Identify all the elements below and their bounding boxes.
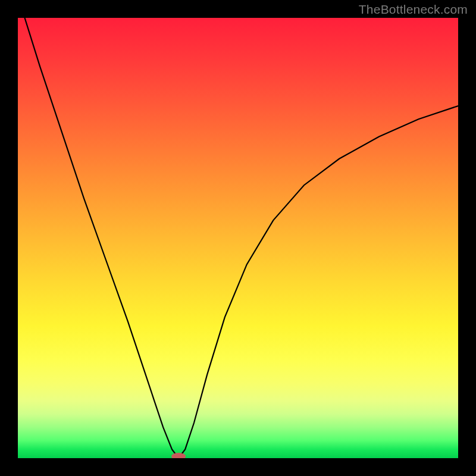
watermark-text: TheBottleneck.com [359,2,468,17]
fit-curve [18,18,458,458]
chart-outer-frame: TheBottleneck.com [0,0,476,476]
minimum-marker [171,453,186,458]
chart-plot-area [18,18,458,458]
